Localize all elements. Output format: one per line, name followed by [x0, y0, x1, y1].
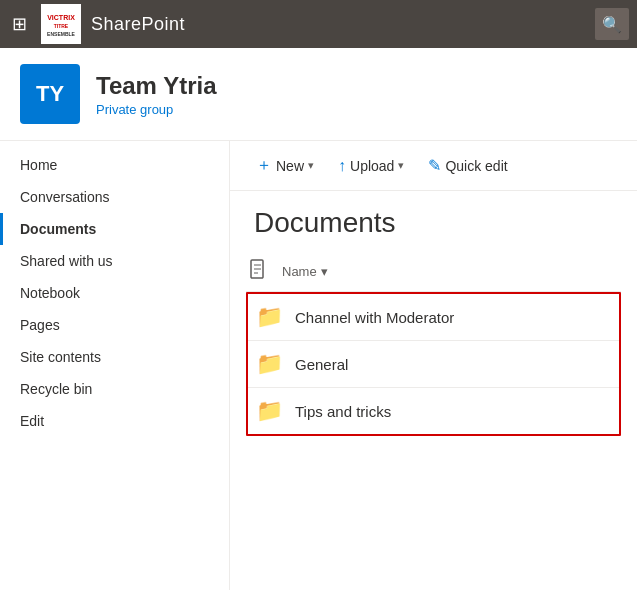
upload-label: Upload: [350, 158, 394, 174]
main-layout: Home Conversations Documents Shared with…: [0, 141, 637, 590]
sidebar-item-home[interactable]: Home: [0, 149, 229, 181]
sidebar: Home Conversations Documents Shared with…: [0, 141, 230, 590]
sidebar-item-shared-with-us[interactable]: Shared with us: [0, 245, 229, 277]
sidebar-item-recycle-bin[interactable]: Recycle bin: [0, 373, 229, 405]
search-button[interactable]: 🔍: [595, 8, 629, 40]
sort-icon: ▾: [321, 264, 328, 279]
file-type-column-icon: [250, 259, 274, 283]
site-name: Team Ytria: [96, 72, 217, 100]
folder-icon: 📁: [256, 351, 283, 377]
quick-edit-label: Quick edit: [445, 158, 507, 174]
name-column-header[interactable]: Name ▾: [282, 264, 328, 279]
sidebar-item-conversations[interactable]: Conversations: [0, 181, 229, 213]
sidebar-item-site-contents[interactable]: Site contents: [0, 341, 229, 373]
table-row[interactable]: 📁 Tips and tricks: [248, 388, 619, 434]
quick-edit-button[interactable]: ✎ Quick edit: [418, 150, 517, 181]
app-title: SharePoint: [91, 14, 585, 35]
sidebar-item-notebook[interactable]: Notebook: [0, 277, 229, 309]
upload-icon: ↑: [338, 157, 346, 175]
site-info: Team Ytria Private group: [96, 72, 217, 117]
new-chevron-icon: ▾: [308, 159, 314, 172]
upload-button[interactable]: ↑ Upload ▾: [328, 151, 414, 181]
sidebar-item-pages[interactable]: Pages: [0, 309, 229, 341]
new-button[interactable]: ＋ New ▾: [246, 149, 324, 182]
folder-name: Channel with Moderator: [295, 309, 454, 326]
list-header: Name ▾: [246, 251, 621, 292]
svg-text:VICTRIX: VICTRIX: [47, 14, 75, 21]
search-icon: 🔍: [602, 15, 622, 34]
svg-text:ENSEMBLE: ENSEMBLE: [47, 31, 75, 37]
top-navigation-bar: ⊞ VICTRIX TITRE ENSEMBLE SharePoint 🔍: [0, 0, 637, 48]
svg-text:TITRE: TITRE: [54, 23, 69, 29]
document-list: Name ▾ 📁 Channel with Moderator 📁 Genera…: [230, 251, 637, 436]
site-type: Private group: [96, 102, 217, 117]
waffle-icon[interactable]: ⊞: [8, 9, 31, 39]
folder-list: 📁 Channel with Moderator 📁 General 📁 Tip…: [246, 292, 621, 436]
folder-icon: 📁: [256, 398, 283, 424]
folder-name: General: [295, 356, 348, 373]
sidebar-item-edit[interactable]: Edit: [0, 405, 229, 437]
table-row[interactable]: 📁 General: [248, 341, 619, 388]
upload-chevron-icon: ▾: [398, 159, 404, 172]
plus-icon: ＋: [256, 155, 272, 176]
sidebar-item-documents[interactable]: Documents: [0, 213, 229, 245]
new-label: New: [276, 158, 304, 174]
site-avatar: TY: [20, 64, 80, 124]
site-header: TY Team Ytria Private group: [0, 48, 637, 141]
toolbar: ＋ New ▾ ↑ Upload ▾ ✎ Quick edit: [230, 141, 637, 191]
company-logo: VICTRIX TITRE ENSEMBLE: [41, 4, 81, 44]
content-area: ＋ New ▾ ↑ Upload ▾ ✎ Quick edit Document…: [230, 141, 637, 590]
table-row[interactable]: 📁 Channel with Moderator: [248, 294, 619, 341]
page-title: Documents: [230, 191, 637, 251]
folder-name: Tips and tricks: [295, 403, 391, 420]
folder-icon: 📁: [256, 304, 283, 330]
pencil-icon: ✎: [428, 156, 441, 175]
